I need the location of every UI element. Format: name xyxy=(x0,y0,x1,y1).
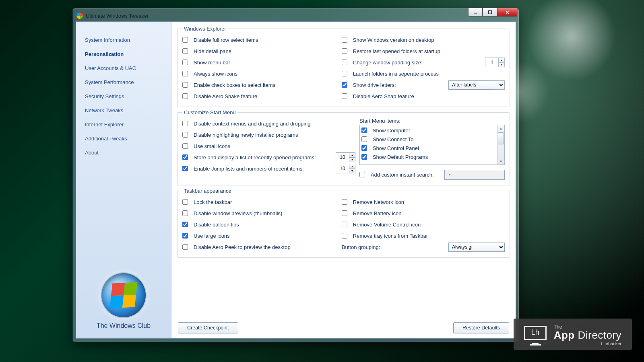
sidebar-item-internet-explorer[interactable]: Internet Explorer xyxy=(76,117,171,132)
sidebar-item-system-information[interactable]: System Information xyxy=(76,33,171,47)
app-directory-badge: Lh The App Directory Lifehacker xyxy=(514,319,632,350)
checkbox-add-custom-search[interactable] xyxy=(359,172,365,177)
checkbox-disable-aero-peek-to-preview-the-desktop[interactable] xyxy=(182,244,188,250)
brand-text: The Windows Club xyxy=(76,322,171,329)
checkbox-restore-last-opened-folders-at-startup[interactable] xyxy=(342,48,347,54)
label-disable-window-previews-thumbnails: Disable window previews (thumbnails) xyxy=(194,210,338,216)
minimize-button[interactable] xyxy=(468,8,483,16)
checkbox-enable-jump-lists-and-numbers-of-recent-items[interactable] xyxy=(182,166,188,171)
create-checkpoint-button[interactable]: Create Checkpoint xyxy=(178,322,238,333)
label-show-menu-bar: Show menu bar xyxy=(194,60,338,66)
checkbox-disable-highlighting-newly-installed-programs[interactable] xyxy=(182,132,188,138)
sidebar-item-system-performance[interactable]: System Performance xyxy=(76,75,171,89)
app-window: Ultimate Windows Tweaker System Informat… xyxy=(72,8,519,342)
label-use-large-icons: Use large icons xyxy=(194,233,338,239)
checkbox-disable-context-menus-and-dragging-and-dropping[interactable] xyxy=(182,121,188,126)
label-show-drive-letters: Show drive letters: xyxy=(353,82,445,88)
label-hide-detail-pane: Hide detail pane xyxy=(194,48,338,54)
checkbox-enable-check-boxes-to-select-items[interactable] xyxy=(182,82,188,88)
start-menu-items-list[interactable]: Show ComputerShow Connect ToShow Control… xyxy=(359,125,505,165)
group-legend: Customize Start Menu xyxy=(182,109,237,115)
brand-logo-icon xyxy=(101,273,146,317)
scrollbar[interactable]: ▲ ▼ xyxy=(497,125,504,165)
checkbox-remove-volume-control-icon[interactable] xyxy=(342,222,347,227)
label-show-default-programs: Show Default Programs xyxy=(373,154,495,160)
label-show-connect-to: Show Connect To xyxy=(373,136,495,142)
checkbox-show-windows-version-on-desktop[interactable] xyxy=(342,37,347,43)
spinner-enable-jump-lists-and-numbers-of-recent-items[interactable]: ▲▼ xyxy=(336,164,355,173)
checkbox-use-large-icons[interactable] xyxy=(182,233,188,239)
label-add-custom-search: Add custom instant search: xyxy=(371,172,441,178)
maximize-button[interactable] xyxy=(483,8,497,16)
sidebar-item-security-settings[interactable]: Security Settings xyxy=(76,89,171,103)
spinner-store-and-display-a-list-of-recently-opened-programs[interactable]: ▲▼ xyxy=(336,152,355,162)
label-disable-aero-peek-to-preview-the-desktop: Disable Aero Peek to preview the desktop xyxy=(194,244,338,250)
spinner-change-window-padding-size: ▲▼ xyxy=(485,58,505,67)
sidebar-item-personalization[interactable]: Personalization xyxy=(76,47,171,61)
monitor-icon: Lh xyxy=(524,326,547,344)
scroll-up-icon[interactable]: ▲ xyxy=(497,125,504,132)
checkbox-show-connect-to[interactable] xyxy=(361,136,367,142)
sidebar-item-additional-tweaks[interactable]: Additional Tweaks xyxy=(76,132,171,146)
group-start-menu: Customize Start Menu Disable context men… xyxy=(177,109,510,185)
label-disable-context-menus-and-dragging-and-dropping: Disable context menus and dragging and d… xyxy=(194,121,355,127)
badge-line2: App Directory xyxy=(554,330,621,340)
checkbox-show-menu-bar[interactable] xyxy=(182,60,188,65)
sidebar-item-network-tweaks[interactable]: Network Tweaks xyxy=(76,103,171,117)
checkbox-always-show-icons[interactable] xyxy=(182,71,188,76)
label-disable-highlighting-newly-installed-programs: Disable highlighting newly installed pro… xyxy=(194,132,355,138)
combo-show-drive-letters[interactable]: After labels xyxy=(448,80,505,90)
checkbox-store-and-display-a-list-of-recently-opened-programs[interactable] xyxy=(182,154,188,160)
start-menu-items-label: Start Menu items: xyxy=(359,118,505,124)
checkbox-disable-balloon-tips[interactable] xyxy=(182,222,188,227)
sidebar: System InformationPersonalizationUser Ac… xyxy=(76,22,171,338)
checkbox-remove-tray-icons-from-taskbar[interactable] xyxy=(342,233,347,239)
label-enable-jump-lists-and-numbers-of-recent-items: Enable Jump lists and numbers of recent … xyxy=(194,166,332,172)
badge-line3: Lifehacker xyxy=(554,341,621,346)
combo-button-grouping[interactable]: Always gr xyxy=(448,243,505,252)
sidebar-item-about[interactable]: About xyxy=(76,146,171,160)
checkbox-remove-network-icon[interactable] xyxy=(342,199,347,205)
group-taskbar: Taskbar appearance Lock the taskbarDisab… xyxy=(177,188,510,258)
scroll-down-icon[interactable]: ▼ xyxy=(497,158,504,165)
checkbox-use-small-icons[interactable] xyxy=(182,143,188,149)
titlebar[interactable]: Ultimate Windows Tweaker xyxy=(75,11,516,21)
checkbox-change-window-padding-size[interactable] xyxy=(342,60,347,65)
checkbox-disable-window-previews-thumbnails[interactable] xyxy=(182,210,188,216)
checkbox-show-control-panel[interactable] xyxy=(361,145,367,151)
checkbox-lock-the-taskbar[interactable] xyxy=(182,199,188,205)
sidebar-item-user-accounts-uac[interactable]: User Accounts & UAC xyxy=(76,61,171,75)
checkbox-disable-full-row-select-items[interactable] xyxy=(182,37,188,43)
label-disable-full-row-select-items: Disable full row select items xyxy=(194,37,338,43)
restore-defaults-button[interactable]: Restore Defaults xyxy=(453,322,509,333)
close-button[interactable] xyxy=(497,8,517,16)
combo-custom-search xyxy=(444,170,505,180)
window-title: Ultimate Windows Tweaker xyxy=(86,13,149,19)
label-show-computer: Show Computer xyxy=(373,128,495,134)
main-panel: Windows Explorer Disable full row select… xyxy=(171,22,516,338)
scroll-thumb[interactable] xyxy=(498,132,504,144)
label-change-window-padding-size: Change window padding size: xyxy=(353,60,482,66)
label-restore-last-opened-folders-at-startup: Restore last opened folders at startup xyxy=(353,48,505,54)
checkbox-show-default-programs[interactable] xyxy=(361,154,367,160)
label-disable-balloon-tips: Disable balloon tips xyxy=(194,222,338,228)
footer: Create Checkpoint Restore Defaults xyxy=(177,321,510,333)
label-lock-the-taskbar: Lock the taskbar xyxy=(194,199,338,205)
label-remove-battery-icon: Remove Battery icon xyxy=(353,210,505,216)
checkbox-show-computer[interactable] xyxy=(361,128,367,133)
checkbox-hide-detail-pane[interactable] xyxy=(182,48,188,54)
group-legend: Windows Explorer xyxy=(182,26,228,32)
label-launch-folders-in-a-seperate-process: Launch folders in a seperate process xyxy=(353,71,505,77)
label-use-small-icons: Use small icons xyxy=(194,143,355,149)
brand: The Windows Club xyxy=(76,269,171,338)
checkbox-launch-folders-in-a-seperate-process[interactable] xyxy=(342,71,347,76)
checkbox-disable-aero-snap-feature[interactable] xyxy=(342,93,347,99)
checkbox-remove-battery-icon[interactable] xyxy=(342,210,347,216)
label-remove-volume-control-icon: Remove Volume Control icon xyxy=(353,222,505,228)
label-disable-aero-snap-feature: Disable Aero Snap feature xyxy=(353,93,505,99)
app-icon xyxy=(76,12,83,19)
label-store-and-display-a-list-of-recently-opened-programs: Store and display a list of recently ope… xyxy=(194,154,332,160)
checkbox-show-drive-letters[interactable] xyxy=(342,82,347,88)
checkbox-disable-aero-shake-feature[interactable] xyxy=(182,93,188,99)
label-button-grouping: Button grouping: xyxy=(342,244,445,250)
